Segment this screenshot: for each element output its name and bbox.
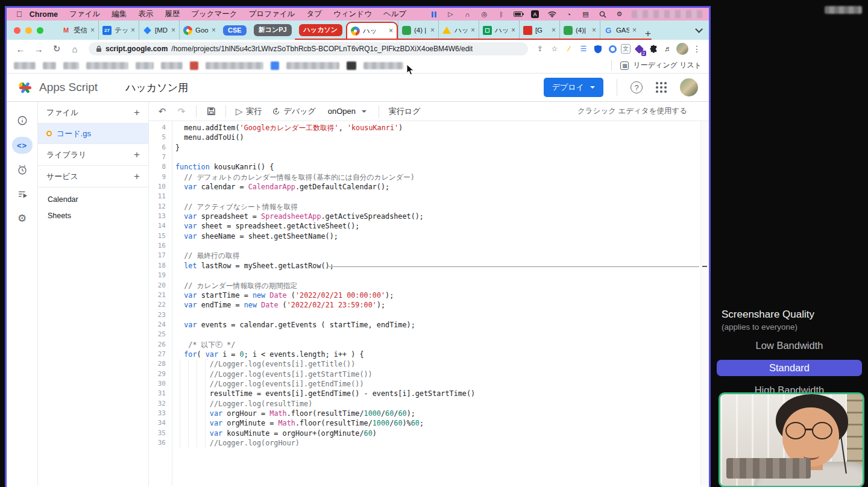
redo-button[interactable]: ↷ <box>174 104 189 119</box>
browser-tab[interactable]: Goo× <box>179 20 219 40</box>
code-area[interactable]: 4 menu.addItem('Googleカレンダー工数取得', 'kousu… <box>149 121 709 486</box>
code-line[interactable]: 32 //Logger.log(resultTime) <box>149 399 709 409</box>
service-item-calendar[interactable]: Calendar <box>38 191 148 207</box>
service-item-sheets[interactable]: Sheets <box>38 207 148 224</box>
settings-gear-icon[interactable]: ⚙ <box>12 210 33 226</box>
search-icon[interactable] <box>598 10 607 18</box>
code-line[interactable]: 9 // デフォルトのカレンダー情報を取得(基本的には自分のカレンダー) <box>149 172 709 182</box>
code-line[interactable]: 21 var startTime = new Date ('2022/02/21… <box>149 291 709 300</box>
redacted-bookmark[interactable] <box>86 62 128 69</box>
bluetooth-icon[interactable]: ᛒ <box>497 10 506 18</box>
reload-button[interactable]: ↻ <box>49 43 64 54</box>
control-center-icon[interactable]: ⚙ <box>615 10 624 18</box>
quality-option-standard[interactable]: Standard <box>717 360 862 376</box>
tab-close-icon[interactable]: × <box>632 26 637 34</box>
purple-extension-icon[interactable]: 2 <box>633 43 645 55</box>
code-line[interactable]: 35 var kosuMinute = orgHour+(orgMinute/6… <box>149 429 709 438</box>
fan-icon[interactable]: ◎ <box>480 10 489 18</box>
redacted-bookmark[interactable] <box>271 61 279 70</box>
menu-item[interactable]: ウィンドウ <box>333 9 372 19</box>
executions-icon[interactable] <box>12 186 33 202</box>
tab-close-icon[interactable]: × <box>511 26 515 34</box>
account-avatar[interactable] <box>680 78 698 96</box>
wifi-icon[interactable] <box>547 10 556 18</box>
save-button[interactable] <box>204 104 218 119</box>
translate-icon[interactable]: 文 <box>621 44 631 54</box>
browser-tab[interactable]: (4)|× <box>559 20 600 40</box>
code-line[interactable]: 28 //Logger.log(events[i].getTitle()) <box>149 359 709 369</box>
browser-tab[interactable]: (4) |× <box>398 20 438 40</box>
redacted-bookmark[interactable] <box>206 62 263 69</box>
chrome-app-menu[interactable]: Chrome <box>30 10 58 19</box>
browser-tab-active[interactable]: ハッ× <box>346 22 398 39</box>
menu-item[interactable]: 表示 <box>138 9 153 19</box>
bookmark-star-icon[interactable]: ☆ <box>549 43 561 55</box>
browser-tab[interactable]: 27テッ× <box>98 20 139 40</box>
execution-log-button[interactable]: 実行ログ <box>386 104 423 119</box>
minimize-window-button[interactable] <box>25 27 32 34</box>
code-line[interactable]: 34 var orgMinute = Math.floor(resultTime… <box>149 418 709 428</box>
code-line[interactable]: 7 <box>149 152 709 162</box>
editor-code-icon[interactable]: <> <box>12 137 33 154</box>
code-line[interactable]: 26 /* 以下Ⓕ */ <box>149 340 709 350</box>
redacted-bookmark[interactable] <box>14 62 36 69</box>
redacted-bookmark[interactable] <box>161 62 183 69</box>
tab-close-icon[interactable]: × <box>471 26 475 34</box>
redacted-bookmark[interactable] <box>63 62 79 69</box>
google-apps-grid-icon[interactable] <box>656 82 667 93</box>
menu-item[interactable]: ファイル <box>69 9 100 19</box>
code-line[interactable]: 11 <box>149 192 709 201</box>
menu-item[interactable]: ブックマーク <box>191 9 237 19</box>
code-line[interactable]: 30 //Logger.log(events[i].getEndTime()) <box>149 379 709 389</box>
project-title[interactable]: ハッカソン用 <box>125 81 188 95</box>
redacted-bookmark[interactable] <box>347 61 356 70</box>
code-line[interactable]: 29 //Logger.log(events[i].getStartTime()… <box>149 369 709 379</box>
file-item-code-gs[interactable]: コード.gs <box>38 124 148 144</box>
battery-icon[interactable] <box>514 10 523 18</box>
tab-search-chevron-icon[interactable] <box>695 25 703 33</box>
home-button[interactable]: ⌂ <box>67 44 83 54</box>
code-line[interactable]: 14 var sheet = spreadsheet.getActiveShee… <box>149 221 709 231</box>
forward-button[interactable]: → <box>31 44 46 54</box>
browser-tab[interactable]: [G× <box>519 20 559 40</box>
code-line[interactable]: 13 var spreadsheet = SpreadsheetApp.getA… <box>149 212 709 221</box>
code-line[interactable]: 18 let lastRow = mySheet.getLastRow(); <box>149 261 709 271</box>
tab-close-icon[interactable]: × <box>212 26 216 34</box>
add-file-button[interactable]: + <box>134 107 140 119</box>
webcam-video-tile[interactable] <box>719 392 864 487</box>
tab-close-icon[interactable]: × <box>90 26 95 34</box>
around-icon[interactable] <box>429 10 438 18</box>
extension-slash-icon[interactable]: ∕ <box>563 43 575 55</box>
undo-button[interactable]: ↶ <box>155 104 169 119</box>
tab-close-icon[interactable]: × <box>552 26 556 34</box>
code-line[interactable]: 33 var orgHour = Math.floor(resultTime/1… <box>149 409 709 418</box>
code-line[interactable]: 24 var events = calendar.getEvents ( sta… <box>149 320 709 330</box>
menu-item[interactable]: 編集 <box>112 9 127 19</box>
tab-group-label[interactable]: ハッカソン <box>299 24 342 36</box>
tab-close-icon[interactable]: × <box>171 26 175 34</box>
code-line[interactable]: 31 resultTime = events[i].getEndTime() -… <box>149 389 709 398</box>
redacted-bookmark[interactable] <box>190 61 198 70</box>
menu-item[interactable]: 履歴 <box>165 9 180 19</box>
menu-item[interactable]: タブ <box>306 9 322 19</box>
code-line[interactable]: 25 <box>149 330 709 339</box>
tab-close-icon[interactable]: × <box>389 27 393 35</box>
triggers-clock-icon[interactable] <box>12 162 33 178</box>
code-line[interactable]: 4 menu.addItem('Googleカレンダー工数取得', 'kousu… <box>149 123 709 133</box>
window-controls[interactable] <box>14 20 58 40</box>
menu-item[interactable]: プロファイル <box>249 9 295 19</box>
share-icon[interactable]: ⇪ <box>534 43 546 55</box>
tab-group-label[interactable]: CSE <box>223 25 247 36</box>
function-selector[interactable]: onOpen <box>323 107 371 116</box>
overview-info-icon[interactable] <box>12 113 33 128</box>
code-line[interactable]: 19 <box>149 271 709 280</box>
address-bar[interactable]: script.google.com/home/projects/1hlN5u4c… <box>89 42 528 55</box>
chrome-menu-icon[interactable]: ⋮ <box>691 43 703 55</box>
browser-tab[interactable]: ハッ× <box>438 20 479 40</box>
headphones-icon[interactable]: ∩ <box>463 10 472 18</box>
back-button[interactable]: ← <box>13 44 28 54</box>
redacted-bookmark[interactable] <box>286 62 339 69</box>
keyboard-icon[interactable]: ▤ <box>581 10 590 18</box>
tab-close-icon[interactable]: × <box>592 26 596 34</box>
browser-tab[interactable]: ハッ× <box>479 20 519 40</box>
